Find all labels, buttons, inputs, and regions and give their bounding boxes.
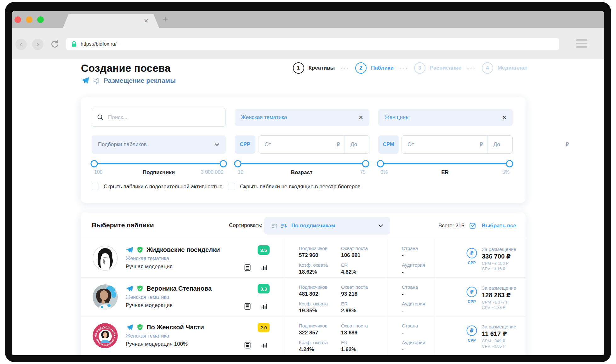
forward-button[interactable]: ›: [32, 39, 43, 50]
public-name[interactable]: Жидковские посиделки: [146, 246, 220, 253]
slider-handle-min[interactable]: [234, 160, 242, 168]
calculator-icon[interactable]: [244, 303, 251, 311]
maximize-window-button[interactable]: [37, 16, 44, 23]
select-all-icon[interactable]: [469, 222, 477, 230]
url-bar[interactable]: https://bidfox.ru/: [66, 38, 559, 50]
cpm-range-inputs: ₽ ₽: [402, 135, 513, 154]
cpp-from-field[interactable]: ₽: [259, 136, 345, 153]
filter-chip-topic[interactable]: Женская тематика ×: [235, 109, 369, 126]
hide-suspicious-checkbox-row[interactable]: Скрыть паблики с подозрительной активнос…: [92, 183, 222, 190]
cpp-caption: CPP: [466, 261, 478, 265]
verified-shield-icon: [136, 324, 144, 331]
slider-track[interactable]: [94, 163, 223, 164]
browser-tab[interactable]: ×: [63, 14, 159, 28]
stats-chart-icon[interactable]: [261, 341, 268, 350]
cpp-from-input[interactable]: [264, 141, 335, 148]
chevron-down-icon: [378, 224, 383, 227]
reload-button[interactable]: [50, 40, 59, 50]
hide-unregistered-checkbox-row[interactable]: Скрыть паблики не входящие в реестр блог…: [228, 183, 361, 190]
calculator-icon[interactable]: [244, 341, 251, 350]
public-name[interactable]: Вероника Степанова: [146, 285, 212, 292]
cpm-from-input[interactable]: [407, 141, 478, 148]
close-icon[interactable]: ×: [502, 113, 506, 122]
public-row[interactable]: Жидковские посиделки Женская тематика Ру…: [81, 239, 526, 277]
placement-label: За размещение: [482, 246, 516, 252]
stats-chart-icon[interactable]: [261, 264, 268, 273]
checkbox[interactable]: [228, 183, 235, 190]
search-field[interactable]: [92, 108, 226, 127]
step-mediaplan[interactable]: 4 Медиаплан: [482, 62, 528, 74]
back-button[interactable]: ‹: [15, 39, 27, 50]
er-slider[interactable]: 0% ER 5%: [380, 160, 510, 175]
sort-dropdown[interactable]: По подписчикам: [264, 217, 390, 235]
step-schedule[interactable]: 3 Расписание: [414, 62, 461, 74]
cpm-toggle-button[interactable]: CPM: [378, 135, 399, 154]
cpm-to-input[interactable]: [493, 141, 564, 148]
public-name[interactable]: По Женской Части: [146, 324, 204, 331]
cpm-to-field[interactable]: ₽: [488, 136, 573, 153]
filter-chip-audience[interactable]: Женщины ×: [378, 109, 513, 126]
ruble-suffix: ₽: [480, 141, 483, 148]
avatar: [93, 246, 118, 271]
slider-handle-min[interactable]: [377, 160, 384, 168]
page-subtitle: Размещение рекламы: [81, 77, 176, 84]
cpp-price-icon: ₽ CPP: [466, 286, 478, 304]
public-topic: Женская тематика: [126, 256, 220, 261]
step-separator: ···: [467, 65, 476, 72]
public-row[interactable]: ПО ЖЕНСКОЙ ЧАСТИ КРАСОТА И ЗДОРОВЬЕ: [81, 316, 526, 355]
search-input[interactable]: [107, 114, 220, 121]
collections-dropdown[interactable]: Подборки пабликов: [92, 135, 226, 154]
slider-handle-min[interactable]: [91, 160, 98, 168]
stat-value: -: [402, 290, 435, 298]
stat-value: 1.62%: [341, 346, 386, 353]
checkbox[interactable]: [92, 183, 99, 190]
public-topic: Женская тематика: [126, 333, 204, 339]
rating-badge[interactable]: 3.5: [258, 245, 270, 255]
chip-label: Женщины: [385, 114, 409, 121]
step-label: Медиаплан: [498, 65, 528, 71]
slider-handle-max[interactable]: [220, 160, 227, 168]
cpm-from-field[interactable]: ₽: [402, 136, 488, 153]
stat-value: -: [402, 252, 435, 259]
collections-label: Подборки пабликов: [98, 141, 147, 148]
slider-handle-max[interactable]: [506, 160, 513, 168]
step-publics[interactable]: 2 Паблики: [355, 62, 394, 74]
step-label: Расписание: [430, 65, 461, 71]
close-icon[interactable]: ×: [359, 113, 363, 122]
select-all-button[interactable]: Выбрать все: [482, 223, 516, 229]
cpp-toggle-button[interactable]: CPP: [235, 135, 255, 154]
search-icon: [97, 114, 104, 121]
step-separator: ···: [399, 65, 408, 72]
stats-chart-icon[interactable]: [261, 303, 268, 311]
slider-handle-max[interactable]: [362, 160, 369, 168]
list-header: Выберите паблики Сортировать: По подписч…: [81, 213, 526, 239]
stat-label: Охват поста: [341, 323, 386, 329]
rating-badge[interactable]: 3.3: [258, 284, 270, 293]
page-title: Создание посева: [81, 62, 171, 74]
chip-label: Женская тематика: [241, 114, 287, 121]
tab-close-icon[interactable]: ×: [144, 16, 148, 25]
age-slider[interactable]: 10 Возраст 75: [238, 160, 366, 175]
verified-shield-icon: [136, 246, 144, 253]
stat-value: 13 689: [341, 329, 386, 337]
cpv-estimate: CPV ~3.16 ₽: [482, 266, 516, 271]
url-text: https://bidfox.ru/: [81, 41, 117, 47]
close-window-button[interactable]: [14, 16, 21, 23]
stat-label: ER: [341, 301, 386, 307]
subscribers-slider[interactable]: 100 Подписчики 3 000 000: [94, 160, 223, 175]
new-tab-button[interactable]: +: [163, 14, 168, 25]
minimize-window-button[interactable]: [26, 16, 32, 23]
cpm-estimate: CPM ~3 156 ₽: [482, 261, 516, 266]
avatar: ПО ЖЕНСКОЙ ЧАСТИ КРАСОТА И ЗДОРОВЬЕ: [93, 323, 118, 348]
slider-track[interactable]: [380, 163, 510, 164]
calculator-icon[interactable]: [244, 264, 251, 273]
public-row[interactable]: Вероника Степанова Женская тематика Ручн…: [81, 277, 526, 316]
rating-badge[interactable]: 2.0: [258, 323, 270, 332]
placement-price: 11 617 ₽: [482, 330, 516, 338]
stat-value: -: [402, 346, 435, 353]
ruble-glyph: ₽: [470, 289, 474, 295]
step-number: 4: [482, 62, 493, 74]
menu-button[interactable]: [576, 39, 587, 48]
slider-track[interactable]: [238, 163, 366, 164]
step-creatives[interactable]: 1 Креативы: [293, 62, 335, 74]
